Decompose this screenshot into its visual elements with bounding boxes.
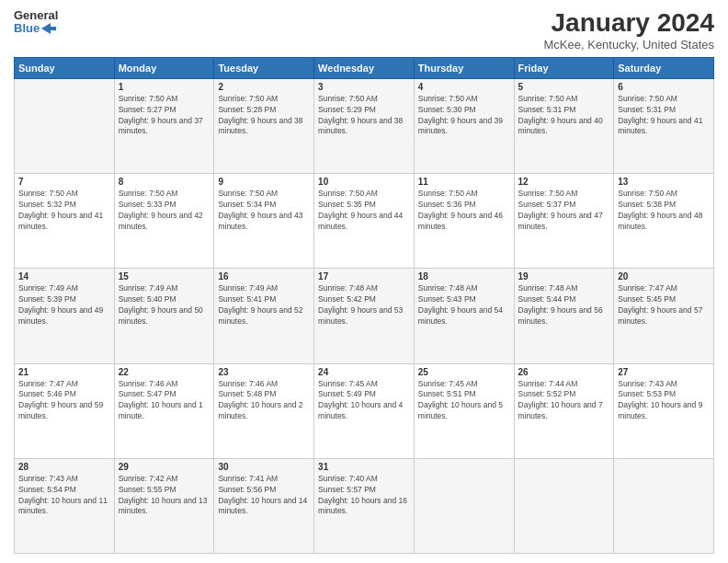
- week-row-5: 28Sunrise: 7:43 AMSunset: 5:54 PMDayligh…: [15, 458, 714, 553]
- calendar-cell: 18Sunrise: 7:48 AMSunset: 5:43 PMDayligh…: [414, 269, 514, 363]
- day-number: 7: [18, 177, 110, 187]
- calendar-cell: 9Sunrise: 7:50 AMSunset: 5:34 PMDaylight…: [214, 174, 314, 269]
- calendar-cell: 24Sunrise: 7:45 AMSunset: 5:49 PMDayligh…: [314, 363, 415, 458]
- day-detail: Sunrise: 7:40 AMSunset: 5:57 PMDaylight:…: [318, 474, 410, 518]
- calendar-cell: 10Sunrise: 7:50 AMSunset: 5:35 PMDayligh…: [314, 174, 415, 269]
- day-detail: Sunrise: 7:46 AMSunset: 5:47 PMDaylight:…: [119, 379, 210, 423]
- weekday-header-monday: Monday: [114, 57, 214, 78]
- day-detail: Sunrise: 7:42 AMSunset: 5:55 PMDaylight:…: [119, 474, 210, 518]
- day-number: 29: [119, 462, 210, 472]
- day-detail: Sunrise: 7:49 AMSunset: 5:39 PMDaylight:…: [18, 283, 110, 327]
- day-detail: Sunrise: 7:48 AMSunset: 5:43 PMDaylight:…: [418, 283, 510, 327]
- day-detail: Sunrise: 7:50 AMSunset: 5:28 PMDaylight:…: [218, 94, 310, 138]
- day-number: 11: [418, 177, 510, 187]
- day-number: 21: [18, 367, 110, 377]
- calendar-cell: 23Sunrise: 7:46 AMSunset: 5:48 PMDayligh…: [214, 363, 314, 458]
- day-detail: Sunrise: 7:50 AMSunset: 5:33 PMDaylight:…: [119, 189, 210, 233]
- day-detail: Sunrise: 7:50 AMSunset: 5:38 PMDaylight:…: [618, 189, 710, 233]
- calendar-cell: 4Sunrise: 7:50 AMSunset: 5:30 PMDaylight…: [414, 78, 514, 173]
- calendar-cell: [414, 458, 514, 553]
- calendar-cell: 31Sunrise: 7:40 AMSunset: 5:57 PMDayligh…: [314, 458, 415, 553]
- day-detail: Sunrise: 7:50 AMSunset: 5:37 PMDaylight:…: [518, 189, 610, 233]
- day-number: 24: [318, 367, 410, 377]
- day-number: 9: [218, 177, 310, 187]
- day-number: 28: [18, 462, 110, 472]
- logo-blue: Blue: [14, 22, 58, 35]
- svg-marker-0: [41, 23, 56, 34]
- day-number: 31: [318, 462, 410, 472]
- calendar-cell: 7Sunrise: 7:50 AMSunset: 5:32 PMDaylight…: [15, 174, 115, 269]
- calendar-cell: 27Sunrise: 7:43 AMSunset: 5:53 PMDayligh…: [614, 363, 714, 458]
- calendar-cell: 26Sunrise: 7:44 AMSunset: 5:52 PMDayligh…: [514, 363, 614, 458]
- day-number: 17: [318, 271, 410, 282]
- title-block: January 2024 McKee, Kentucky, United Sta…: [544, 9, 714, 52]
- day-detail: Sunrise: 7:47 AMSunset: 5:45 PMDaylight:…: [618, 283, 710, 327]
- calendar-cell: 20Sunrise: 7:47 AMSunset: 5:45 PMDayligh…: [614, 269, 714, 363]
- calendar-cell: 12Sunrise: 7:50 AMSunset: 5:37 PMDayligh…: [514, 174, 614, 269]
- day-detail: Sunrise: 7:50 AMSunset: 5:29 PMDaylight:…: [318, 94, 410, 138]
- day-number: 13: [618, 177, 710, 187]
- day-number: 26: [518, 367, 610, 377]
- calendar-cell: 5Sunrise: 7:50 AMSunset: 5:31 PMDaylight…: [514, 78, 614, 173]
- day-number: 22: [119, 367, 210, 377]
- weekday-header-saturday: Saturday: [614, 57, 714, 78]
- header: General Blue January 2024 McKee, Kentuck…: [14, 9, 714, 52]
- calendar-cell: 13Sunrise: 7:50 AMSunset: 5:38 PMDayligh…: [614, 174, 714, 269]
- calendar-cell: 22Sunrise: 7:46 AMSunset: 5:47 PMDayligh…: [114, 363, 214, 458]
- month-title: January 2024: [544, 9, 714, 38]
- calendar-cell: 29Sunrise: 7:42 AMSunset: 5:55 PMDayligh…: [114, 458, 214, 553]
- day-number: 18: [418, 271, 510, 282]
- calendar-cell: 11Sunrise: 7:50 AMSunset: 5:36 PMDayligh…: [414, 174, 514, 269]
- week-row-2: 7Sunrise: 7:50 AMSunset: 5:32 PMDaylight…: [15, 174, 714, 269]
- day-detail: Sunrise: 7:45 AMSunset: 5:51 PMDaylight:…: [418, 379, 510, 423]
- weekday-header-row: SundayMondayTuesdayWednesdayThursdayFrid…: [15, 57, 714, 78]
- calendar-cell: 1Sunrise: 7:50 AMSunset: 5:27 PMDaylight…: [114, 78, 214, 173]
- day-number: 12: [518, 177, 610, 187]
- calendar-cell: 25Sunrise: 7:45 AMSunset: 5:51 PMDayligh…: [414, 363, 514, 458]
- day-detail: Sunrise: 7:41 AMSunset: 5:56 PMDaylight:…: [218, 474, 310, 518]
- day-detail: Sunrise: 7:44 AMSunset: 5:52 PMDaylight:…: [518, 379, 610, 423]
- day-number: 15: [119, 271, 210, 282]
- day-detail: Sunrise: 7:50 AMSunset: 5:31 PMDaylight:…: [518, 94, 610, 138]
- day-number: 25: [418, 367, 510, 377]
- day-detail: Sunrise: 7:48 AMSunset: 5:44 PMDaylight:…: [518, 283, 610, 327]
- day-detail: Sunrise: 7:46 AMSunset: 5:48 PMDaylight:…: [218, 379, 310, 423]
- calendar-cell: 14Sunrise: 7:49 AMSunset: 5:39 PMDayligh…: [15, 269, 115, 363]
- day-detail: Sunrise: 7:47 AMSunset: 5:46 PMDaylight:…: [18, 379, 110, 423]
- calendar-cell: [614, 458, 714, 553]
- day-number: 16: [218, 271, 310, 282]
- day-number: 2: [218, 82, 310, 92]
- calendar-cell: 30Sunrise: 7:41 AMSunset: 5:56 PMDayligh…: [214, 458, 314, 553]
- week-row-1: 1Sunrise: 7:50 AMSunset: 5:27 PMDaylight…: [15, 78, 714, 173]
- calendar-cell: 8Sunrise: 7:50 AMSunset: 5:33 PMDaylight…: [114, 174, 214, 269]
- week-row-3: 14Sunrise: 7:49 AMSunset: 5:39 PMDayligh…: [15, 269, 714, 363]
- logo-arrow-icon: [41, 23, 56, 34]
- calendar-cell: 28Sunrise: 7:43 AMSunset: 5:54 PMDayligh…: [15, 458, 115, 553]
- day-number: 8: [119, 177, 210, 187]
- calendar-table: SundayMondayTuesdayWednesdayThursdayFrid…: [14, 57, 714, 554]
- calendar-cell: 6Sunrise: 7:50 AMSunset: 5:31 PMDaylight…: [614, 78, 714, 173]
- location: McKee, Kentucky, United States: [544, 38, 714, 52]
- day-detail: Sunrise: 7:50 AMSunset: 5:32 PMDaylight:…: [18, 189, 110, 233]
- day-number: 19: [518, 271, 610, 282]
- calendar-cell: 15Sunrise: 7:49 AMSunset: 5:40 PMDayligh…: [114, 269, 214, 363]
- calendar-cell: 3Sunrise: 7:50 AMSunset: 5:29 PMDaylight…: [314, 78, 415, 173]
- calendar-cell: [15, 78, 115, 173]
- day-number: 5: [518, 82, 610, 92]
- day-detail: Sunrise: 7:50 AMSunset: 5:31 PMDaylight:…: [618, 94, 710, 138]
- weekday-header-tuesday: Tuesday: [214, 57, 314, 78]
- day-detail: Sunrise: 7:50 AMSunset: 5:34 PMDaylight:…: [218, 189, 310, 233]
- calendar-cell: 17Sunrise: 7:48 AMSunset: 5:42 PMDayligh…: [314, 269, 415, 363]
- day-number: 14: [18, 271, 110, 282]
- day-detail: Sunrise: 7:49 AMSunset: 5:41 PMDaylight:…: [218, 283, 310, 327]
- day-detail: Sunrise: 7:50 AMSunset: 5:30 PMDaylight:…: [418, 94, 510, 138]
- calendar-cell: 21Sunrise: 7:47 AMSunset: 5:46 PMDayligh…: [15, 363, 115, 458]
- day-detail: Sunrise: 7:43 AMSunset: 5:54 PMDaylight:…: [18, 474, 110, 518]
- day-detail: Sunrise: 7:50 AMSunset: 5:35 PMDaylight:…: [318, 189, 410, 233]
- day-number: 6: [618, 82, 710, 92]
- week-row-4: 21Sunrise: 7:47 AMSunset: 5:46 PMDayligh…: [15, 363, 714, 458]
- day-number: 30: [218, 462, 310, 472]
- day-number: 20: [618, 271, 710, 282]
- day-detail: Sunrise: 7:49 AMSunset: 5:40 PMDaylight:…: [119, 283, 210, 327]
- day-detail: Sunrise: 7:45 AMSunset: 5:49 PMDaylight:…: [318, 379, 410, 423]
